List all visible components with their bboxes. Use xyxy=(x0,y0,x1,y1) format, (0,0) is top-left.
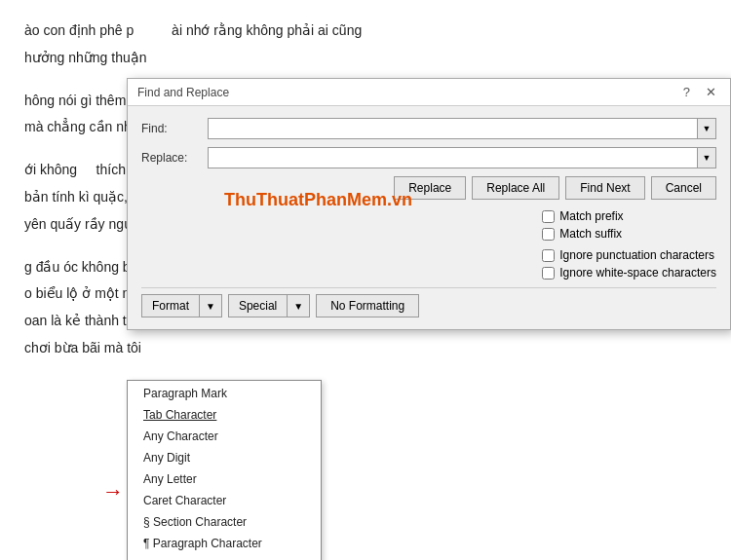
dialog-titlebar: Find and Replace ? ✕ xyxy=(128,79,730,106)
help-button[interactable]: ? xyxy=(679,85,694,99)
format-dropdown-arrow[interactable]: ▼ xyxy=(199,294,222,317)
replace-input[interactable] xyxy=(208,147,697,168)
replace-label: Replace: xyxy=(141,151,200,165)
replace-all-button[interactable]: Replace All xyxy=(472,176,559,200)
replace-button[interactable]: Replace xyxy=(394,176,466,200)
no-formatting-button[interactable]: No Formatting xyxy=(316,294,419,317)
find-next-button[interactable]: Find Next xyxy=(565,176,644,200)
match-suffix-label: Match suffix xyxy=(559,227,622,241)
menu-item-tab-character[interactable]: Tab Character xyxy=(128,404,321,426)
match-prefix-label: Match prefix xyxy=(559,209,623,223)
find-input[interactable] xyxy=(208,118,697,139)
match-suffix-checkbox[interactable] xyxy=(542,228,555,241)
ignore-space-checkbox[interactable] xyxy=(542,267,555,280)
menu-item-caret-character[interactable]: Caret Character xyxy=(128,490,321,511)
ignore-punct-label: Ignore punctuation characters xyxy=(559,248,714,262)
menu-item-paragraph-character[interactable]: ¶ Paragraph Character xyxy=(128,533,321,554)
replace-input-group: ▼ xyxy=(208,147,716,168)
match-prefix-checkbox[interactable] xyxy=(542,210,555,223)
find-label: Find: xyxy=(141,122,200,135)
ignore-space-label: Ignore white-space characters xyxy=(559,266,716,280)
checkbox-col-right: Match prefix Match suffix Ignore punctua… xyxy=(542,209,716,280)
special-button-group: Special ▼ xyxy=(228,294,310,317)
cancel-button[interactable]: Cancel xyxy=(651,176,716,200)
special-button[interactable]: Special xyxy=(228,294,287,317)
menu-item-column-break[interactable]: Column Break xyxy=(128,554,321,560)
arrow-icon: → xyxy=(102,479,124,504)
special-dropdown-arrow[interactable]: ▼ xyxy=(287,294,310,317)
find-input-group: ▼ xyxy=(208,118,716,139)
find-replace-dialog: Find and Replace ? ✕ Find: ▼ Replace: ▼ … xyxy=(127,78,731,330)
ignore-punct-checkbox[interactable] xyxy=(542,249,555,262)
special-dropdown-menu: Paragraph Mark Tab Character Any Charact… xyxy=(127,380,322,560)
menu-item-paragraph-mark[interactable]: Paragraph Mark xyxy=(128,383,321,404)
menu-item-any-letter[interactable]: Any Letter xyxy=(128,468,321,490)
menu-item-any-digit[interactable]: Any Digit xyxy=(128,447,321,468)
find-dropdown-arrow[interactable]: ▼ xyxy=(697,118,716,139)
format-button-group: Format ▼ xyxy=(141,294,222,317)
close-button[interactable]: ✕ xyxy=(702,85,720,99)
dialog-title: Find and Replace xyxy=(137,86,229,99)
replace-dropdown-arrow[interactable]: ▼ xyxy=(697,147,716,168)
format-button[interactable]: Format xyxy=(141,294,199,317)
menu-item-any-character[interactable]: Any Character xyxy=(128,426,321,447)
menu-item-section-character[interactable]: § Section Character xyxy=(128,511,321,533)
